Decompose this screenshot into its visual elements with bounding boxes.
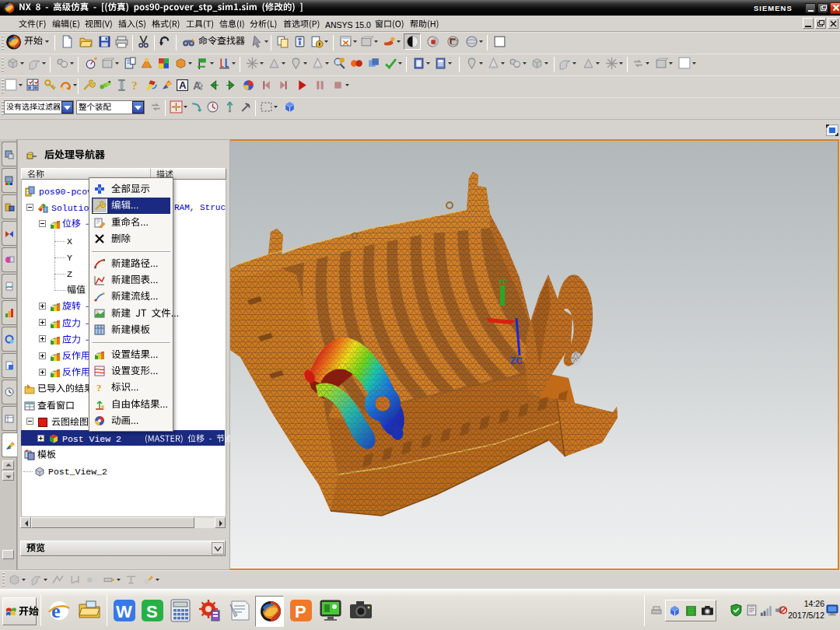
svg-text:YC: YC — [498, 278, 508, 285]
svg-text:W: W — [116, 602, 132, 621]
svg-text:e: e — [51, 600, 61, 622]
svg-text:ZC: ZC — [510, 355, 523, 366]
svg-text:S: S — [146, 602, 158, 621]
svg-text:?: ? — [96, 382, 102, 393]
svg-text:P: P — [295, 602, 306, 621]
svg-text:A: A — [179, 79, 186, 91]
svg-text:?: ? — [131, 79, 137, 92]
